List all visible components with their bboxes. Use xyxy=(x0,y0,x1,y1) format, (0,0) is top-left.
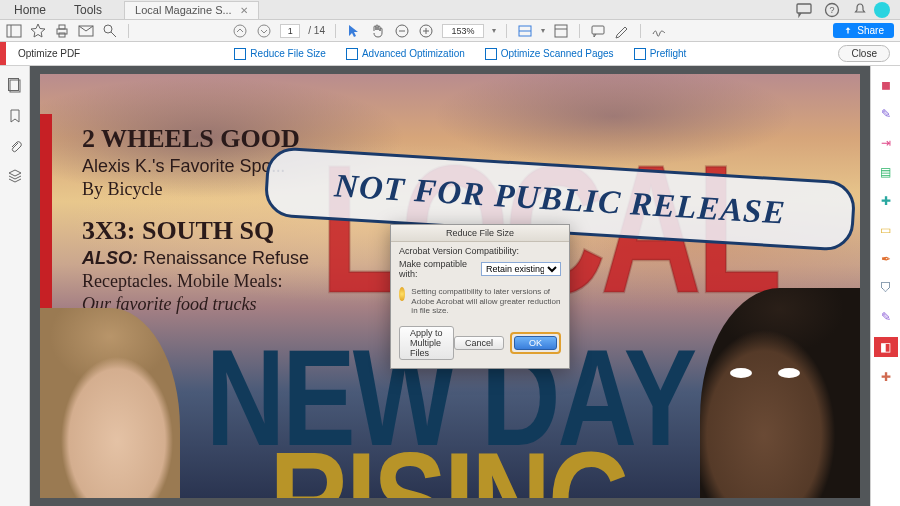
compatibility-select[interactable]: Retain existing xyxy=(481,262,561,276)
advanced-optimization-button[interactable]: Advanced Optimization xyxy=(346,48,465,60)
menu-tools[interactable]: Tools xyxy=(60,3,116,17)
page-number-input[interactable]: 1 xyxy=(280,24,300,38)
bell-icon[interactable] xyxy=(852,2,868,18)
sign-icon[interactable] xyxy=(651,23,667,39)
optimize-title: Optimize PDF xyxy=(6,48,92,59)
cover-headline-2: RISING xyxy=(40,420,860,498)
tool-comment-icon[interactable]: ✚ xyxy=(877,192,895,210)
sidebar-toggle-icon[interactable] xyxy=(6,23,22,39)
document-canvas[interactable]: LOCAL 2 WHEELS GOOD Alexis K.'s Favorite… xyxy=(30,66,870,506)
reduce-file-size-button[interactable]: Reduce File Size xyxy=(234,48,326,60)
lightbulb-icon xyxy=(399,287,405,301)
toc-also-line2: Receptacles. Mobile Meals: xyxy=(82,271,309,292)
tool-create-icon[interactable]: ◼ xyxy=(877,76,895,94)
page-total-label: / 14 xyxy=(308,25,325,36)
highlight-icon[interactable] xyxy=(614,23,630,39)
svg-point-11 xyxy=(234,25,246,37)
svg-rect-20 xyxy=(555,25,567,37)
tool-sign-icon[interactable]: ✒ xyxy=(877,250,895,268)
cover-red-bar xyxy=(40,114,52,329)
hand-tool-icon[interactable] xyxy=(370,23,386,39)
optimize-toolbar: Optimize PDF Reduce File Size Advanced O… xyxy=(0,42,900,66)
share-label: Share xyxy=(857,25,884,36)
apply-multiple-button[interactable]: Apply to Multiple Files xyxy=(399,326,454,360)
attachment-icon[interactable] xyxy=(7,138,23,154)
bookmark-icon[interactable] xyxy=(7,108,23,124)
right-tool-rail: ◼ ✎ ⇥ ▤ ✚ ▭ ✒ ⛉ ✎ ◧ ✚ xyxy=(870,66,900,506)
toc-also-line1: ALSO: Renaissance Refuse xyxy=(82,248,309,269)
comment-icon[interactable] xyxy=(590,23,606,39)
search-icon[interactable] xyxy=(102,23,118,39)
page-down-icon[interactable] xyxy=(256,23,272,39)
tab-title: Local Magazine S... xyxy=(135,4,232,16)
main-toolbar: 1 / 14 153% ▾ ▾ Share xyxy=(0,20,900,42)
zoom-out-icon[interactable] xyxy=(394,23,410,39)
zoom-value[interactable]: 153% xyxy=(442,24,484,38)
ok-button-highlight: OK xyxy=(510,332,561,354)
select-tool-icon[interactable] xyxy=(346,23,362,39)
svg-point-9 xyxy=(104,25,112,33)
tool-edit-icon[interactable]: ✎ xyxy=(877,105,895,123)
scanned-icon xyxy=(485,48,497,60)
help-icon[interactable]: ? xyxy=(824,2,840,18)
mail-icon[interactable] xyxy=(78,23,94,39)
tool-redact-icon[interactable]: ✎ xyxy=(877,308,895,326)
svg-point-12 xyxy=(258,25,270,37)
tool-export-icon[interactable]: ⇥ xyxy=(877,134,895,152)
tool-protect-icon[interactable]: ⛉ xyxy=(877,279,895,297)
read-mode-icon[interactable] xyxy=(553,23,569,39)
menu-home[interactable]: Home xyxy=(0,3,60,17)
zoom-dropdown-icon[interactable]: ▾ xyxy=(492,26,496,35)
workspace: LOCAL 2 WHEELS GOOD Alexis K.'s Favorite… xyxy=(0,66,900,506)
dialog-tip-text: Setting compatibility to later versions … xyxy=(411,287,561,316)
cancel-button[interactable]: Cancel xyxy=(454,336,504,350)
fit-dropdown-icon[interactable]: ▾ xyxy=(541,26,545,35)
svg-rect-3 xyxy=(7,25,21,37)
optimize-scanned-button[interactable]: Optimize Scanned Pages xyxy=(485,48,614,60)
tool-optimize-icon[interactable]: ◧ xyxy=(874,337,898,357)
share-button[interactable]: Share xyxy=(833,23,894,38)
left-nav-rail xyxy=(0,66,30,506)
svg-rect-6 xyxy=(59,25,65,29)
dialog-title: Reduce File Size xyxy=(391,225,569,242)
document-tab[interactable]: Local Magazine S... ✕ xyxy=(124,1,259,19)
svg-rect-0 xyxy=(797,4,811,13)
preflight-icon xyxy=(634,48,646,60)
svg-rect-22 xyxy=(592,26,604,34)
make-compatible-label: Make compatible with: xyxy=(399,259,475,279)
tool-more-icon[interactable]: ✚ xyxy=(877,368,895,386)
toc-heading-2: 3X3: SOUTH SQ xyxy=(82,216,309,246)
star-icon[interactable] xyxy=(30,23,46,39)
reduce-file-size-dialog: Reduce File Size Acrobat Version Compati… xyxy=(390,224,570,369)
svg-text:?: ? xyxy=(829,5,834,15)
svg-line-10 xyxy=(111,32,116,37)
page-up-icon[interactable] xyxy=(232,23,248,39)
ok-button[interactable]: OK xyxy=(514,336,557,350)
preflight-button[interactable]: Preflight xyxy=(634,48,687,60)
compat-heading: Acrobat Version Compatibility: xyxy=(399,246,561,256)
layers-icon[interactable] xyxy=(7,168,23,184)
advanced-icon xyxy=(346,48,358,60)
tool-organize-icon[interactable]: ▤ xyxy=(877,163,895,181)
close-tab-icon[interactable]: ✕ xyxy=(240,5,248,16)
close-toolbar-button[interactable]: Close xyxy=(838,45,890,62)
chat-icon[interactable] xyxy=(796,2,812,18)
thumbnails-icon[interactable] xyxy=(7,78,23,94)
app-menubar: Home Tools Local Magazine S... ✕ ? xyxy=(0,0,900,20)
reduce-icon xyxy=(234,48,246,60)
fit-width-icon[interactable] xyxy=(517,23,533,39)
user-avatar[interactable] xyxy=(874,2,890,18)
zoom-in-icon[interactable] xyxy=(418,23,434,39)
print-icon[interactable] xyxy=(54,23,70,39)
tool-fill-icon[interactable]: ▭ xyxy=(877,221,895,239)
